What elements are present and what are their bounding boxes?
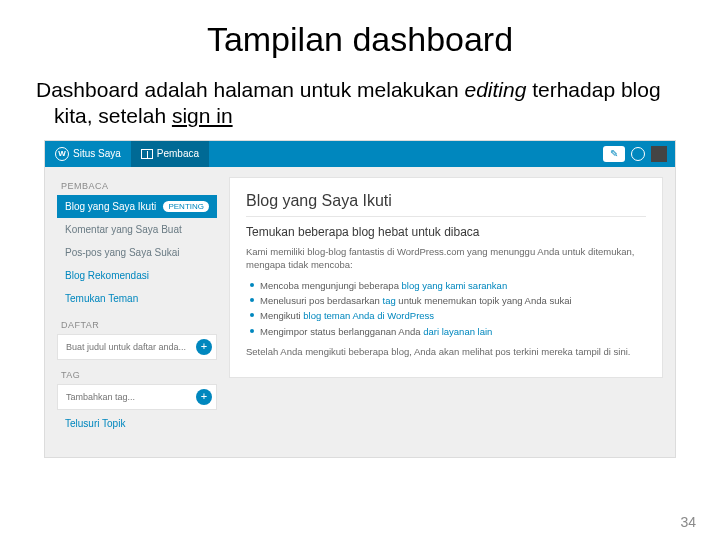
- edit-button[interactable]: ✎: [603, 146, 625, 162]
- sidebar-item-recommended-blogs[interactable]: Blog Rekomendasi: [57, 264, 217, 287]
- page-number: 34: [680, 514, 696, 530]
- section-label-daftar: DAFTAR: [61, 320, 217, 330]
- topbar: W Situs Saya Pembaca ✎: [45, 141, 675, 167]
- nav-my-sites[interactable]: W Situs Saya: [45, 141, 131, 167]
- reader-sidebar: PEMBACA Blog yang Saya Ikuti PENTING Kom…: [57, 177, 217, 445]
- sidebar-item-find-friends[interactable]: Temukan Teman: [57, 287, 217, 310]
- notifications-icon[interactable]: [631, 147, 645, 161]
- link-friends-blogs[interactable]: blog teman Anda di WordPress: [303, 310, 434, 321]
- wordpress-logo-icon: W: [55, 147, 69, 161]
- main-subheading: Temukan beberapa blog hebat untuk dibaca: [246, 225, 646, 239]
- main-content: Blog yang Saya Ikuti Temukan beberapa bl…: [229, 177, 663, 378]
- link-recommended-blogs[interactable]: blog yang kami sarankan: [402, 280, 508, 291]
- main-title: Blog yang Saya Ikuti: [246, 192, 646, 210]
- divider: [246, 216, 646, 217]
- slide-description: Dashboard adalah halaman untuk melakukan…: [36, 77, 684, 130]
- reader-icon: [141, 149, 153, 159]
- tag-row: +: [57, 384, 217, 410]
- slide-title: Tampilan dashboard: [30, 20, 690, 59]
- sidebar-item-browse-topics[interactable]: Telusuri Topik: [57, 412, 217, 435]
- closing-text: Setelah Anda mengikuti beberapa blog, An…: [246, 345, 646, 359]
- intro-text: Kami memiliki blog-blog fantastis di Wor…: [246, 245, 646, 273]
- sidebar-item-label: Blog yang Saya Ikuti: [65, 201, 156, 212]
- nav-my-sites-label: Situs Saya: [73, 148, 121, 159]
- nav-reader[interactable]: Pembaca: [131, 141, 209, 167]
- list-item: Mengikuti blog teman Anda di WordPress: [250, 308, 646, 323]
- add-list-button[interactable]: +: [196, 339, 212, 355]
- sidebar-item-liked-posts[interactable]: Pos-pos yang Saya Sukai: [57, 241, 217, 264]
- list-item: Menelusuri pos berdasarkan tag untuk men…: [250, 293, 646, 308]
- list-title-input[interactable]: [66, 342, 196, 352]
- link-tag[interactable]: tag: [383, 295, 396, 306]
- suggestion-list: Mencoba mengunjungi beberapa blog yang k…: [246, 278, 646, 339]
- section-label-tag: TAG: [61, 370, 217, 380]
- list-title-row: +: [57, 334, 217, 360]
- section-label-pembaca: PEMBACA: [61, 181, 217, 191]
- sidebar-item-followed-blogs[interactable]: Blog yang Saya Ikuti PENTING: [57, 195, 217, 218]
- user-avatar[interactable]: [651, 146, 667, 162]
- list-item: Mengimpor status berlangganan Anda dari …: [250, 324, 646, 339]
- nav-reader-label: Pembaca: [157, 148, 199, 159]
- list-item: Mencoba mengunjungi beberapa blog yang k…: [250, 278, 646, 293]
- tag-input[interactable]: [66, 392, 196, 402]
- wordpress-screenshot: W Situs Saya Pembaca ✎ PEMBACA Blog: [44, 140, 676, 458]
- sidebar-item-my-comments[interactable]: Komentar yang Saya Buat: [57, 218, 217, 241]
- add-tag-button[interactable]: +: [196, 389, 212, 405]
- link-other-services[interactable]: dari layanan lain: [423, 326, 492, 337]
- important-badge: PENTING: [163, 201, 209, 212]
